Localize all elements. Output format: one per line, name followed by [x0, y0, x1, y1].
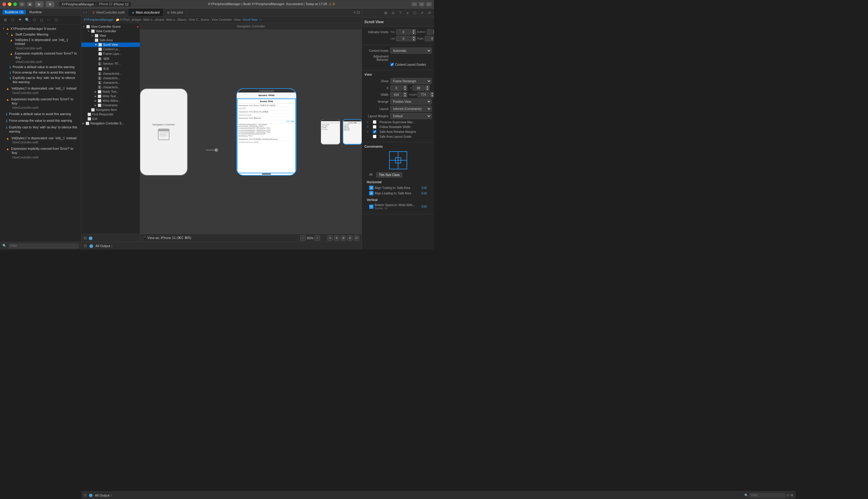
- minimize-button[interactable]: [8, 2, 11, 6]
- expand-icon[interactable]: ▶: [95, 99, 96, 102]
- zoom-out-button[interactable]: −: [300, 235, 306, 241]
- buildtime-tab[interactable]: Buildtime (9): [2, 10, 26, 14]
- left-input[interactable]: [396, 36, 411, 41]
- top-down[interactable]: ▼: [412, 32, 416, 35]
- breadcrumb-item-6[interactable]: View Controller: [211, 18, 232, 21]
- edit-constraint-2[interactable]: Edit: [421, 192, 427, 195]
- stop-button[interactable]: ■: [46, 1, 54, 7]
- top-up[interactable]: ▲: [412, 29, 416, 32]
- close-button[interactable]: [2, 2, 6, 6]
- issue-title-row[interactable]: ℹ Force-unwrap the value to avoid this w…: [6, 118, 79, 123]
- all-tab[interactable]: All: [367, 172, 375, 178]
- y-input[interactable]: [413, 85, 425, 91]
- fasong-btn[interactable]: 发送: [286, 121, 290, 123]
- console-collapse-icon[interactable]: ⊡: [84, 244, 87, 248]
- breadcrumb-item-4[interactable]: Main.s...(Base): [166, 18, 186, 21]
- sub-issue-3[interactable]: ℹ Provide a default value to avoid this …: [10, 64, 79, 70]
- maximize-button[interactable]: [13, 2, 17, 6]
- outline-row-scrollview[interactable]: ▼ ⬜ Scroll View: [81, 42, 140, 47]
- issue-title-row[interactable]: ℹ Provide a default value to avoid this …: [6, 111, 79, 117]
- sub-issue-4[interactable]: ℹ Force-unwrap the value to avoid this w…: [10, 70, 79, 75]
- outline-filter-icon[interactable]: ⬤: [89, 236, 93, 240]
- outline-collapse-icon[interactable]: ⊡: [84, 236, 87, 240]
- w-up[interactable]: ▲: [403, 92, 407, 95]
- nav-icon-2[interactable]: ⬡: [10, 17, 16, 23]
- inspector-icon-7[interactable]: ↺: [426, 10, 432, 16]
- edit-constraint-1[interactable]: Edit: [421, 186, 427, 190]
- inspector-icon-3[interactable]: ?: [397, 10, 403, 16]
- edit-constraint-3[interactable]: Edit: [421, 205, 427, 208]
- left-down[interactable]: ▼: [412, 39, 416, 41]
- tab-storyboard[interactable]: ◈ Main.storyboard: [129, 9, 163, 16]
- breadcrumb-chevron-right[interactable]: ›: [261, 18, 262, 21]
- content-layout-guides-checkbox[interactable]: [390, 63, 394, 66]
- layout-select[interactable]: Inferred (Constraints) Inferred (Auto Re…: [390, 106, 431, 112]
- safe-area-layout-cb[interactable]: [373, 135, 377, 138]
- add-icon-1[interactable]: +: [367, 121, 371, 124]
- nav-icon-3[interactable]: ⚑: [17, 17, 23, 23]
- issues-filter-input[interactable]: [9, 243, 79, 248]
- add-icon-2[interactable]: +: [367, 125, 371, 129]
- sub-issue-1[interactable]: ▲ 'init(bytes:)' is deprecated: use `ini…: [10, 37, 79, 47]
- y-down[interactable]: ▼: [425, 88, 429, 91]
- bottom-input[interactable]: [427, 29, 434, 35]
- view-as-control[interactable]: 📱 View as: iPhone 11 (⌘C ⌘R): [143, 236, 191, 240]
- lm-select[interactable]: Default Fixed: [390, 113, 431, 119]
- outline-row-framelayout[interactable]: ⬜ Frame Layo...: [81, 51, 140, 56]
- outline-row-view[interactable]: ▼ ⬜ View: [81, 34, 140, 38]
- outline-row-vc[interactable]: ▼ ⬜ View Controller: [81, 29, 140, 34]
- nav-icon-7[interactable]: ⋯: [46, 17, 52, 23]
- w-stepper[interactable]: ▲ ▼: [403, 92, 407, 97]
- runtime-tab[interactable]: Runtime: [27, 10, 44, 14]
- bianji-btn[interactable]: 编辑: [291, 121, 294, 123]
- breadcrumb-item-7[interactable]: View: [234, 18, 241, 21]
- forward-icon[interactable]: ›: [86, 10, 87, 14]
- outline-row-writewithout[interactable]: ▶ ⬜ Write Witho...: [81, 99, 140, 103]
- add-icon-3[interactable]: +: [367, 130, 371, 133]
- outline-row-safearea[interactable]: ⬜ Safe Area: [81, 38, 140, 42]
- breadcrumb-item-3[interactable]: Main.s...yboard: [144, 18, 164, 21]
- outline-row-notify[interactable]: ▶ ⬜ Notify Text...: [81, 89, 140, 94]
- expand-icon[interactable]: ▶: [95, 90, 96, 93]
- view-toggle[interactable]: ▣: [27, 2, 33, 6]
- issue-title-row[interactable]: ▲ 'init(bytes:)' is deprecated: use `ini…: [6, 86, 79, 91]
- outline-row-edit[interactable]: B 编辑: [81, 56, 140, 61]
- canvas-tool-4[interactable]: ⊟: [347, 235, 353, 241]
- canvas-tool-2[interactable]: ⊕: [334, 235, 339, 241]
- back-icon[interactable]: ‹: [83, 10, 84, 14]
- canvas-tool-3[interactable]: ⊞: [341, 235, 346, 241]
- w-down[interactable]: ▼: [403, 95, 407, 97]
- right-input[interactable]: [425, 36, 434, 41]
- zoom-in-button[interactable]: +: [315, 235, 320, 241]
- scheme-selector[interactable]: XYPeripheralManager › iPhone 12 iPhone 1…: [59, 2, 131, 7]
- issue-title-row[interactable]: ▼ ▲ Swift Compiler Warning: [6, 32, 79, 37]
- expand-icon[interactable]: ▶: [95, 104, 96, 107]
- x-up[interactable]: ▲: [403, 85, 407, 88]
- nav-icon-5[interactable]: ⬡: [31, 17, 37, 23]
- nav-icon-8[interactable]: ⬡: [53, 17, 59, 23]
- y-stepper[interactable]: ▲ ▼: [425, 85, 429, 91]
- expand-icon[interactable]: ▼: [2, 27, 5, 30]
- outline-row-navitem[interactable]: ⬜ Navigation Item: [81, 108, 140, 112]
- inspector-icon-1[interactable]: ⊞: [383, 10, 389, 16]
- expand-icon[interactable]: ▶: [83, 122, 84, 125]
- sub-issue-5[interactable]: ℹ Explicitly cast to 'Any' with 'as Any'…: [10, 75, 79, 85]
- nav-icon-1[interactable]: ⊞: [2, 17, 9, 23]
- outline-row-firstresponder[interactable]: ⬜ First Responder: [81, 112, 140, 117]
- tab-viewcontroller[interactable]: S ViewController.swift: [89, 9, 129, 16]
- outline-row-service[interactable]: L Service: FF...: [81, 61, 140, 66]
- nav-icon-6[interactable]: ◻: [39, 17, 45, 23]
- preserve-superview-cb[interactable]: [373, 120, 377, 124]
- arrange-select[interactable]: Position View: [390, 99, 431, 105]
- expand-icon[interactable]: ▼: [91, 34, 94, 37]
- breadcrumb-item-8[interactable]: Scroll View: [243, 18, 257, 21]
- issue-title-row[interactable]: ▲ Expression implicitly coerced from 'Er…: [6, 146, 79, 156]
- add-button[interactable]: +: [412, 2, 417, 6]
- outline-row-char1[interactable]: L characteristi...: [81, 71, 140, 76]
- split-button[interactable]: ⇔: [419, 2, 424, 6]
- outline-row-exit[interactable]: ⬜ Exit: [81, 117, 140, 121]
- x-stepper[interactable]: ▲ ▼: [403, 85, 407, 91]
- h-input[interactable]: [417, 92, 429, 97]
- issue-title-row[interactable]: ▲ 'init(bytes:)' is deprecated: use `ini…: [6, 136, 79, 141]
- outline-row-constraints[interactable]: ▶ ⬜ Constraints: [81, 103, 140, 108]
